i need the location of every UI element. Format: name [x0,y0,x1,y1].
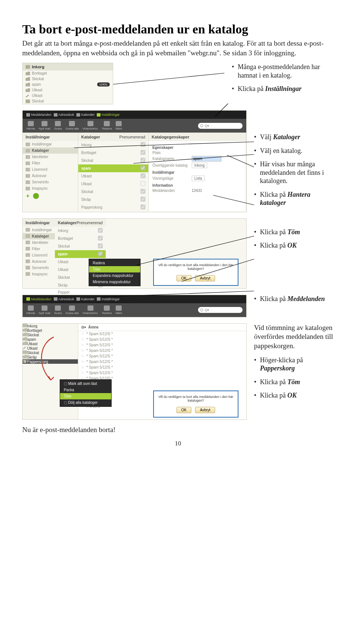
folder-item[interactable]: Skräp [27,355,37,359]
folder-item[interactable]: Inkorg [27,324,37,328]
view-select[interactable]: Lista [192,176,205,181]
mail-row[interactable]: ☆* Spam 5/12/S * [78,353,246,359]
subscribe-check[interactable] [141,181,145,186]
folder-item[interactable]: Utkast [58,268,68,272]
subscribe-check[interactable] [141,158,145,163]
sidebar-item[interactable]: Borttaget [32,71,47,75]
sidebar-item[interactable]: Utkast [32,94,42,98]
tab-addressbook[interactable]: Adressbok [59,297,75,301]
folder-item[interactable]: Utkast [58,260,68,264]
subscribe-check[interactable] [141,205,145,209]
subscribe-check[interactable] [141,166,145,170]
cancel-button[interactable]: Avbryt [195,275,215,281]
add-button[interactable]: + [25,193,31,199]
folder-item[interactable]: Inkorg [78,141,148,149]
action-replyall[interactable]: Svara alla [66,311,79,315]
menu-item[interactable]: ▢ Dölj alla kataloger [60,399,111,406]
mail-row[interactable]: ☆* Spam 5/12/S * [78,365,246,370]
action-reply[interactable]: Svara [54,311,62,315]
action-new[interactable]: Nytt mail [39,121,50,130]
action-forward[interactable]: Vidarebefor. [82,311,98,315]
menu-item[interactable]: Minimera mappstruktur [89,279,140,285]
settings-item[interactable]: Inställningar [23,141,78,147]
tab-messages[interactable]: Meddelanden [31,297,52,301]
subscribe-check[interactable] [141,197,145,202]
settings-item[interactable]: Imapsync [23,185,78,192]
search-input[interactable]: Q▾ [198,307,243,313]
action-forward[interactable]: Vidarebefor. [82,121,98,130]
settings-item[interactable]: Serverinfo [23,265,55,271]
folder-item[interactable]: Utkast [78,172,148,180]
ok-button[interactable]: OK [177,407,191,413]
folder-item[interactable]: Skickat [78,188,148,196]
folder-item[interactable]: Inkorg [58,229,68,233]
search-input[interactable]: Q▾ [198,123,243,129]
action-fetch[interactable]: Hämta [26,121,35,130]
subscribe-check[interactable] [141,173,145,178]
action-new[interactable]: Nytt mail [39,311,50,315]
action-replyall[interactable]: Svara alla [66,121,79,130]
mail-row[interactable]: ☆* Spam 5/12/S * [78,348,246,353]
sidebar-item[interactable]: Skickat [32,99,44,103]
folder-item[interactable]: Utkast [78,180,148,188]
menu-item-empty[interactable]: Töm [89,266,140,272]
settings-item[interactable]: Lösenord [23,252,55,258]
folder-item[interactable]: Skickat [27,333,39,337]
tab-messages[interactable]: Meddelanden [31,113,52,117]
settings-item[interactable]: Inställningar [23,227,55,233]
folder-item[interactable]: Skickat [58,244,70,248]
folder-item[interactable]: spam [27,337,36,341]
folder-item[interactable]: Borttaget [58,236,73,241]
tab-settings[interactable]: Inställningar [102,113,120,117]
subscribe-check[interactable] [141,150,145,155]
settings-item[interactable]: Filter [23,160,78,166]
tab-settings[interactable]: Inställningar [102,297,120,301]
settings-item[interactable]: Imapsync [23,271,55,277]
settings-item[interactable]: Autosvar [23,173,78,179]
mail-row[interactable]: ☆* Spam 5/12/S * [78,370,246,376]
settings-item[interactable]: Serverinfo [23,179,78,185]
menu-item[interactable]: Radera [89,260,140,266]
mail-row[interactable]: ☆* Spam 5/12/S * [78,331,246,337]
folder-item[interactable]: Papper [58,290,70,294]
ok-button[interactable]: OK [177,275,191,281]
parent-select[interactable]: Inkorg [192,163,207,168]
folder-item[interactable]: Skickat [78,157,148,164]
mail-row[interactable]: ☆* Spam 5/12/S * [78,359,246,365]
folder-item-spam[interactable]: spam [78,164,148,172]
action-mark[interactable]: Märk [115,311,122,315]
folder-item-trash[interactable]: Papperskorg [27,360,48,364]
sidebar-item[interactable]: Skickat [32,77,44,81]
folder-item[interactable]: Skickat [27,351,39,355]
action-delete[interactable]: Radera [102,311,112,315]
mail-row[interactable]: ☆* Spam 5/12/S * [78,337,246,342]
folder-item[interactable]: Skräp [58,283,67,287]
menu-item-empty[interactable]: Töm [60,393,111,399]
mail-row[interactable]: ☆* Spam 5/12/S * [78,342,246,348]
tab-addressbook[interactable]: Adressbok [59,113,75,117]
subscribe-check[interactable] [141,189,145,194]
settings-item[interactable]: Autosvar [23,258,55,265]
menu-item[interactable]: ▢ Märk allt som läst [60,380,111,387]
menu-item[interactable]: Expandera mappstruktur [89,272,140,279]
action-delete[interactable]: Radera [102,121,112,130]
folder-item-spam[interactable]: spam [58,252,67,256]
tab-calendar[interactable]: Kalender [81,113,95,117]
action-reply[interactable]: Svara [54,121,62,130]
settings-item-kataloger[interactable]: Kataloger [23,147,78,154]
folder-item[interactable]: Borttaget [27,328,42,333]
folder-name-input[interactable] [192,156,221,161]
settings-item[interactable]: Lösenord [23,166,78,173]
sidebar-item-spam[interactable]: spam [32,82,41,86]
gear-icon[interactable] [33,193,39,199]
settings-item-kataloger[interactable]: Kataloger [23,233,55,239]
cancel-button[interactable]: Avbryt [195,407,215,413]
action-fetch[interactable]: Hämta [26,311,35,315]
folder-item[interactable]: Skräp [78,196,148,203]
sidebar-item[interactable]: Utkast [32,88,42,92]
folder-item[interactable]: Skickat [58,275,70,279]
subscribe-check[interactable] [141,142,145,147]
settings-item[interactable]: Identiteter [23,239,55,246]
folder-item[interactable]: Utkast [27,346,37,350]
settings-item[interactable]: Filter [23,246,55,252]
